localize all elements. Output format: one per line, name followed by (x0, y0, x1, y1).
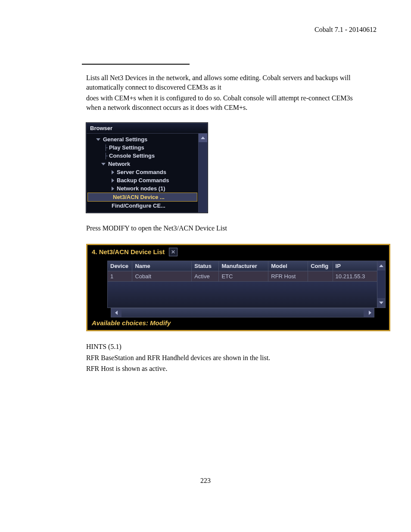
arrow-down-icon (379, 302, 383, 304)
browser-panel: Browser General Settings ├ Play Settings… (86, 123, 208, 213)
tree-item-network[interactable]: Network (87, 160, 198, 168)
cell-model: RFR Host (268, 271, 308, 281)
tree-label: Network nodes (1) (117, 185, 165, 192)
cell-status: Active (192, 271, 219, 281)
table-empty-area (107, 282, 377, 308)
col-header-manufacturer[interactable]: Manufacturer (219, 261, 268, 271)
tree-item-general-settings[interactable]: General Settings (87, 135, 198, 143)
device-table: Device Name Status Manufacturer Model Co… (107, 261, 377, 282)
chevron-right-icon (112, 187, 114, 191)
chevron-down-icon (101, 163, 106, 165)
browser-scrollbar-vertical[interactable] (198, 134, 207, 212)
browser-title: Browser (87, 123, 207, 134)
chevron-right-icon (112, 170, 114, 174)
close-icon[interactable]: ✕ (169, 248, 177, 256)
scroll-down-button[interactable] (377, 298, 385, 308)
tree-label: Play Settings (109, 144, 144, 151)
intro-paragraph: Lists all Net3 Devices in the network, a… (86, 73, 368, 112)
col-header-status[interactable]: Status (192, 261, 219, 271)
cell-name: Cobalt (132, 271, 192, 281)
tree-label: Server Commands (117, 169, 166, 175)
table-header-row: Device Name Status Manufacturer Model Co… (108, 261, 377, 271)
page-number: 223 (0, 477, 411, 485)
tree-item-server-commands[interactable]: Server Commands (87, 168, 198, 176)
tree-item-play-settings[interactable]: ├ Play Settings (87, 143, 198, 152)
tree-label: Net3/ACN Device ... (113, 194, 165, 200)
hints-title: HINTS (5.1) (86, 342, 368, 352)
arrow-left-icon (115, 311, 118, 315)
intro-line-1: Lists all Net3 Devices in the network, a… (86, 73, 368, 92)
col-header-ip[interactable]: IP (333, 261, 377, 271)
intro-line-2: does with CEM+s when it is configured to… (86, 93, 368, 112)
press-modify-line: Press MODIFY to open the Net3/ACN Device… (86, 224, 368, 233)
arrow-up-icon (379, 264, 383, 267)
chevron-down-icon (96, 138, 100, 141)
tree-connector-icon: ├ (104, 144, 108, 151)
browser-tree: General Settings ├ Play Settings ├ Conso… (87, 134, 198, 212)
cell-device: 1 (108, 271, 132, 281)
col-header-config[interactable]: Config (308, 261, 333, 271)
tree-label: Backup Commands (117, 177, 169, 184)
scroll-track[interactable] (199, 142, 207, 212)
tree-connector-icon: ├ (104, 152, 108, 159)
available-choices-footer: Available choices: Modify (87, 317, 389, 330)
scroll-up-button[interactable] (377, 261, 385, 271)
device-list-panel: 4. Net3/ACN Device List ✕ (86, 244, 390, 331)
tree-label: Network (108, 161, 130, 167)
arrow-right-icon (369, 311, 371, 315)
scroll-track[interactable] (121, 308, 364, 317)
col-header-name[interactable]: Name (132, 261, 192, 271)
hints-block: HINTS (5.1) RFR BaseStation and RFR Hand… (86, 342, 368, 373)
table-row[interactable]: 1 Cobalt Active ETC RFR Host 10.211.55.3 (108, 271, 377, 281)
tree-item-backup-commands[interactable]: Backup Commands (87, 176, 198, 184)
scroll-up-button[interactable] (199, 134, 207, 142)
arrow-up-icon (201, 137, 205, 139)
scroll-right-button[interactable] (364, 308, 374, 317)
after-browser-text: Press MODIFY to open the Net3/ACN Device… (86, 224, 368, 233)
tree-item-network-nodes[interactable]: Network nodes (1) (87, 184, 198, 193)
device-panel-title: 4. Net3/ACN Device List (92, 248, 165, 255)
tree-item-net3-acn-device[interactable]: Net3/ACN Device ... (87, 193, 197, 202)
tree-label: Find/Configure CE... (112, 202, 165, 209)
hints-line-1: RFR BaseStation and RFR Handheld devices… (86, 353, 368, 363)
tree-item-console-settings[interactable]: ├ Console Settings (87, 152, 198, 160)
cell-config (308, 271, 333, 281)
tree-item-find-configure-ce[interactable]: Find/Configure CE... (87, 202, 198, 210)
col-header-model[interactable]: Model (268, 261, 308, 271)
device-scrollbar-horizontal[interactable] (111, 308, 374, 317)
scroll-left-button[interactable] (111, 308, 121, 317)
tree-label: General Settings (103, 136, 147, 143)
cell-manufacturer: ETC (219, 271, 268, 281)
cell-ip: 10.211.55.3 (333, 271, 377, 281)
page-header-version: Cobalt 7.1 - 20140612 (34, 26, 377, 34)
tree-label: Console Settings (109, 152, 155, 159)
scroll-track[interactable] (377, 271, 385, 298)
col-header-device[interactable]: Device (108, 261, 132, 271)
device-scrollbar-vertical[interactable] (377, 261, 386, 308)
chevron-right-icon (112, 178, 114, 183)
hints-line-2: RFR Host is shown as active. (86, 364, 368, 373)
section-rule (82, 64, 190, 65)
